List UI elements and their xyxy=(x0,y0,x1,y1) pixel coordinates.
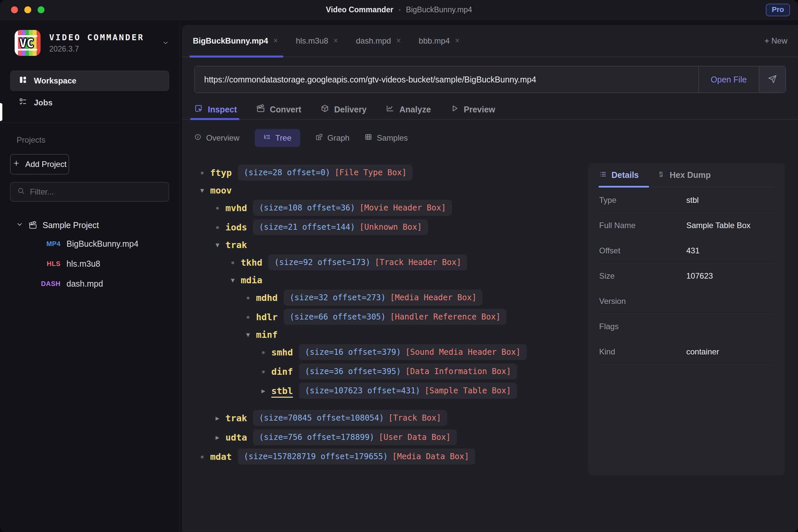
details-rows: Type stbl Full Name Sample Table Box Off… xyxy=(599,188,773,364)
tab-inspect[interactable]: Inspect xyxy=(194,100,237,119)
tree-marker-icon: ● xyxy=(226,260,240,265)
box-full-name: [Unknown Box] xyxy=(359,223,422,232)
open-file-button[interactable]: Open File xyxy=(698,66,759,92)
project-name: Sample Project xyxy=(42,221,99,230)
tab-convert[interactable]: Convert xyxy=(256,100,301,119)
detail-value: Sample Table Box xyxy=(686,221,750,230)
close-icon[interactable]: × xyxy=(396,37,401,44)
tree-row[interactable]: ● tkhd (size=92 offset=173) [Track Heade… xyxy=(226,253,580,272)
box-size-offset: (size=157828719 offset=179655) xyxy=(244,452,388,461)
file-format-badge: HLS xyxy=(29,260,60,268)
main-panel: BigBuckBunny.mp4 × hls.m3u8 × dash.mpd × xyxy=(182,25,798,532)
title-separator-dot: • xyxy=(399,7,401,13)
tab-label: Hex Dump xyxy=(670,170,711,180)
tree-row[interactable]: ● mdat (size=157828719 offset=179655) [M… xyxy=(195,447,580,466)
project-filter-input[interactable]: Filter... xyxy=(10,182,169,202)
tree-row[interactable]: ● hdlr (size=66 offset=305) [Handler Ref… xyxy=(241,307,580,326)
brand-name: VIDEO COMMANDER xyxy=(49,33,144,42)
box-info-badge: (size=107623 offset=431) [Sample Table B… xyxy=(299,383,517,399)
svg-text:10: 10 xyxy=(659,174,663,177)
file-tab[interactable]: dash.mpd × xyxy=(356,36,401,45)
url-input[interactable] xyxy=(195,66,698,92)
tree-marker-icon: ● xyxy=(211,225,224,230)
box-size-offset: (size=32 offset=273) xyxy=(290,293,386,302)
subtab-label: Overview xyxy=(206,133,240,142)
active-nav-indicator xyxy=(0,103,2,121)
package-icon xyxy=(321,104,329,115)
file-tab[interactable]: BigBuckBunny.mp4 × xyxy=(193,36,278,45)
sidebar: VC VIDEO COMMANDER 2026.3.7 xyxy=(0,20,179,532)
project-row-sample-project[interactable]: Sample Project xyxy=(10,216,169,234)
tab-analyze[interactable]: Analyze xyxy=(386,100,431,119)
tree-row[interactable]: ▼ moov xyxy=(195,182,580,198)
sidebar-item-jobs[interactable]: Jobs xyxy=(10,92,169,113)
tree-row[interactable]: ▼ mdia xyxy=(226,272,580,288)
tree-row[interactable]: ▶ trak (size=70845 offset=108054) [Track… xyxy=(211,408,580,428)
close-icon[interactable]: × xyxy=(273,37,278,44)
new-tab-button[interactable]: + New xyxy=(764,36,787,45)
subtab-graph[interactable]: Graph xyxy=(316,129,350,147)
box-size-offset: (size=66 offset=305) xyxy=(290,312,386,322)
tab-hex-dump[interactable]: 01 10 Hex Dump xyxy=(657,170,711,180)
tree-row[interactable]: ● mdhd (size=32 offset=273) [Media Heade… xyxy=(241,288,580,307)
detail-label: Version xyxy=(599,297,686,306)
add-project-label: Add Project xyxy=(25,159,66,169)
subtab-samples[interactable]: Samples xyxy=(365,129,407,147)
tab-details[interactable]: Details xyxy=(599,170,639,180)
tree-row[interactable]: ▶ udta (size=756 offset=178899) [User Da… xyxy=(211,428,580,447)
paper-plane-icon xyxy=(768,75,777,84)
add-project-button[interactable]: Add Project xyxy=(10,154,69,174)
details-panel: Details 01 10 Hex Dump xyxy=(588,163,785,475)
chevron-down-icon[interactable] xyxy=(162,39,169,46)
tab-label: Inspect xyxy=(208,105,237,114)
tree-row[interactable]: ● smhd (size=16 offset=379) [Sound Media… xyxy=(257,342,580,362)
tab-preview[interactable]: Preview xyxy=(450,100,495,119)
close-icon[interactable]: × xyxy=(334,37,338,44)
play-icon xyxy=(450,104,459,115)
filter-placeholder: Filter... xyxy=(30,187,54,196)
tree-row[interactable]: ▶ stbl (size=107623 offset=431) [Sample … xyxy=(257,381,580,400)
tree-row[interactable]: ● ftyp (size=28 offset=0) [File Type Box… xyxy=(195,163,580,182)
close-icon[interactable]: × xyxy=(455,37,459,44)
tree-row[interactable]: ▼ minf xyxy=(241,326,580,342)
box-size-offset: (size=756 offset=178899) xyxy=(259,433,374,442)
box-size-offset: (size=70845 offset=108054) xyxy=(259,413,384,423)
box-name: mdia xyxy=(241,275,262,285)
subtab-label: Tree xyxy=(275,133,291,142)
box-info-badge: (size=70845 offset=108054) [Track Box] xyxy=(253,410,447,426)
tree-row[interactable]: ● mvhd (size=108 offset=36) [Movie Heade… xyxy=(211,198,580,217)
detail-row: Flags xyxy=(599,314,773,339)
info-icon xyxy=(194,133,202,142)
subtab-label: Samples xyxy=(377,133,407,142)
inspect-content: ● ftyp (size=28 offset=0) [File Type Box… xyxy=(182,147,798,532)
file-tab[interactable]: hls.m3u8 × xyxy=(296,36,338,45)
subtab-tree[interactable]: Tree xyxy=(255,129,300,147)
detail-row: Size 107623 xyxy=(599,263,773,289)
file-tab[interactable]: bbb.mp4 × xyxy=(419,36,459,45)
project-file-item[interactable]: DASH dash.mpd xyxy=(10,274,169,293)
file-format-badge: DASH xyxy=(29,280,60,288)
project-file-item[interactable]: MP4 BigBuckBunny.mp4 xyxy=(10,234,169,254)
window-zoom-button[interactable] xyxy=(38,6,44,13)
window-close-button[interactable] xyxy=(11,6,18,13)
brand-text: VIDEO COMMANDER 2026.3.7 xyxy=(49,33,144,54)
projects-section-label: Projects xyxy=(17,135,169,145)
tree-row[interactable]: ● dinf (size=36 offset=395) [Data Inform… xyxy=(257,362,580,381)
tab-label: Convert xyxy=(270,105,301,114)
tree-row[interactable]: ▼ trak xyxy=(211,237,580,253)
window-minimize-button[interactable] xyxy=(24,6,31,13)
project-file-item[interactable]: HLS hls.m3u8 xyxy=(10,254,169,274)
tab-delivery[interactable]: Delivery xyxy=(321,100,366,119)
tree-row[interactable]: ● iods (size=21 offset=144) [Unknown Box… xyxy=(211,217,580,237)
logo-vc-monogram: VC xyxy=(16,35,37,51)
box-size-offset: (size=92 offset=173) xyxy=(274,258,370,267)
inspect-subtabs: Overview Tree xyxy=(194,129,786,147)
box-info-badge: (size=157828719 offset=179655) [Media Da… xyxy=(238,449,475,464)
detail-row: Full Name Sample Table Box xyxy=(599,213,773,238)
subtab-overview[interactable]: Overview xyxy=(194,129,240,147)
load-url-button[interactable] xyxy=(759,66,785,92)
traffic-lights xyxy=(11,6,44,13)
sidebar-item-workspace[interactable]: Workspace xyxy=(10,71,169,91)
box-tree: ● ftyp (size=28 offset=0) [File Type Box… xyxy=(195,163,580,466)
plus-icon xyxy=(13,159,20,169)
